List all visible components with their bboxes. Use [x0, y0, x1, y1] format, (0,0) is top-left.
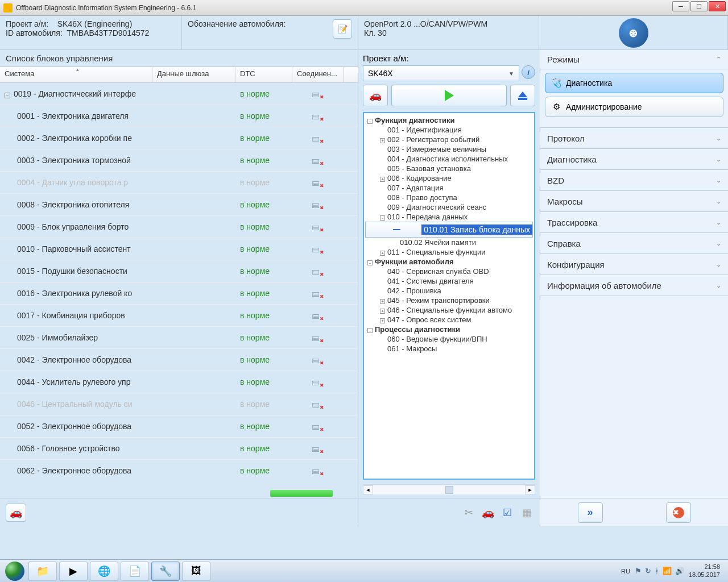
- tree-expander-icon[interactable]: -: [367, 328, 373, 333]
- ecu-row[interactable]: 0009 - Блок управления бортов норме: [0, 216, 358, 238]
- tree-node[interactable]: -Процессы диагностики: [365, 325, 533, 334]
- tool-check-icon[interactable]: ☑: [500, 505, 515, 520]
- tool-scissors-icon[interactable]: ✂: [461, 505, 476, 520]
- ecu-row[interactable]: 0010 - Парковочный ассистентв норме: [0, 238, 358, 260]
- play-button[interactable]: [391, 85, 507, 106]
- panel-config[interactable]: Конфигурация⌄: [540, 254, 728, 275]
- vehicle-select-button[interactable]: 🚗: [363, 85, 388, 106]
- panel-diagnostics[interactable]: Диагностика⌄: [540, 149, 728, 169]
- tree-node[interactable]: 010.02 Ячейки памяти: [365, 238, 533, 247]
- forward-button[interactable]: »: [578, 502, 603, 523]
- panel-carinfo[interactable]: Информация об автомобиле⌄: [540, 275, 728, 296]
- taskbar-chrome[interactable]: 🌐: [90, 562, 118, 581]
- tray-flag-icon[interactable]: ⚑: [635, 567, 642, 575]
- ecu-row[interactable]: 0015 - Подушки безопасностив норме: [0, 260, 358, 282]
- panel-trace[interactable]: Трассировка⌄: [540, 212, 728, 232]
- ecu-row[interactable]: 0044 - Усилитель рулевого упрв норме: [0, 371, 358, 393]
- ecu-row[interactable]: 0017 - Комбинация приборовв норме: [0, 305, 358, 327]
- info-button[interactable]: i: [522, 65, 535, 79]
- tree-node[interactable]: -010 - Передача данных: [365, 212, 533, 222]
- ecu-row[interactable]: −0019 - Диагностический интерфев норме: [0, 83, 358, 105]
- tree-expander-icon[interactable]: -: [367, 260, 373, 265]
- ecu-row[interactable]: 0052 - Электронное оборудовав норме: [0, 415, 358, 438]
- taskbar-odis[interactable]: 🔧: [151, 562, 180, 581]
- taskbar-mediaplayer[interactable]: ▶: [59, 562, 88, 581]
- col-gateway[interactable]: Данные шлюза: [152, 67, 235, 82]
- vehicle-button[interactable]: 🚗: [6, 504, 26, 522]
- function-tree[interactable]: -Функция диагностики001 - Идентификация+…: [363, 112, 535, 480]
- taskbar-photos[interactable]: 🖼: [182, 562, 210, 581]
- project-select[interactable]: SK46X ▼: [363, 65, 519, 81]
- close-button[interactable]: ✕: [709, 1, 726, 11]
- ecu-row[interactable]: 0062 - Электронное оборудовав норме: [0, 460, 358, 481]
- tree-node[interactable]: 007 - Адаптация: [365, 183, 533, 193]
- ecu-row[interactable]: 0016 - Электроника рулевой ков норме: [0, 282, 358, 305]
- tool-grid-icon[interactable]: ▦: [519, 505, 534, 520]
- panel-help[interactable]: Справка⌄: [540, 233, 728, 253]
- ecu-row[interactable]: 0008 - Электроника отопителяв норме: [0, 194, 358, 216]
- tree-node[interactable]: +047 - Опрос всех систем: [365, 315, 533, 325]
- eject-button[interactable]: [510, 85, 535, 106]
- cancel-button[interactable]: ✖: [666, 502, 691, 523]
- tree-expander-icon[interactable]: +: [380, 309, 385, 314]
- tray-network-icon[interactable]: 📶: [663, 567, 672, 575]
- tree-node[interactable]: -Функции автомобиля: [365, 257, 533, 267]
- panel-macros[interactable]: Макросы⌄: [540, 191, 728, 211]
- tool-car-icon[interactable]: 🚗: [481, 505, 495, 520]
- tree-node[interactable]: +002 - Регистратор событий: [365, 135, 533, 144]
- tree-node[interactable]: 042 - Прошивка: [365, 286, 533, 296]
- panel-protocol[interactable]: Протокол⌄: [540, 128, 728, 148]
- maximize-button[interactable]: ☐: [690, 1, 708, 11]
- tree-node[interactable]: 003 - Измеряемые величины: [365, 144, 533, 154]
- tree-node[interactable]: 060 - Ведомые функции/ВПН: [365, 334, 533, 344]
- col-dtc[interactable]: DTC: [235, 67, 292, 82]
- tree-expander-icon[interactable]: +: [380, 251, 385, 256]
- tree-node[interactable]: 009 - Диагностический сеанс: [365, 202, 533, 212]
- col-conn[interactable]: Соединен...: [292, 67, 344, 82]
- tree-expander-icon[interactable]: +: [380, 318, 385, 323]
- ecu-row[interactable]: 0025 - Иммобилайзерв норме: [0, 327, 358, 349]
- tree-node[interactable]: 004 - Диагностика исполнительных: [365, 154, 533, 164]
- taskbar-doc[interactable]: 📄: [121, 562, 149, 581]
- tree-node[interactable]: +046 - Специальные функции автомо: [365, 305, 533, 315]
- tree-node[interactable]: 041 - Системы двигателя: [365, 276, 533, 286]
- lang-indicator[interactable]: RU: [621, 568, 630, 575]
- tree-node[interactable]: 040 - Сервисная служба OBD: [365, 267, 533, 276]
- panel-bzd[interactable]: BZD⌄: [540, 170, 728, 190]
- col-system[interactable]: Система: [0, 67, 152, 82]
- tree-node[interactable]: +006 - Кодирование: [365, 173, 533, 183]
- edit-designation-button[interactable]: 📝: [333, 19, 352, 39]
- ecu-row[interactable]: 0046 - Центральный модуль сив норме: [0, 393, 358, 415]
- ecu-row[interactable]: 0001 - Электроника двигателяв норме: [0, 105, 358, 127]
- tree-node[interactable]: 061 - Макросы: [365, 344, 533, 354]
- taskbar[interactable]: 📁 ▶ 🌐 📄 🔧 🖼 RU ⚑ ↻ ᚼ 📶 🔊 21:58 18.05.201…: [0, 559, 728, 582]
- tree-node[interactable]: 010.01 Запись блока данных: [365, 222, 533, 238]
- tree-node[interactable]: 008 - Право доступа: [365, 193, 533, 202]
- system-clock[interactable]: 21:58 18.05.2017: [689, 563, 720, 578]
- modes-header[interactable]: Режимы ⌃: [540, 50, 728, 69]
- tree-expander-icon[interactable]: +: [380, 299, 385, 304]
- tree-expander-icon[interactable]: -: [367, 119, 373, 124]
- ecu-row[interactable]: 0003 - Электроника тормознойв норме: [0, 149, 358, 172]
- scroll-right-icon[interactable]: ►: [525, 485, 535, 494]
- mode-diagnostics-button[interactable]: 🩺 Диагностика: [545, 73, 723, 93]
- tree-node[interactable]: 005 - Базовая установка: [365, 164, 533, 173]
- tree-node[interactable]: -Функция диагностики: [365, 115, 533, 125]
- ecu-row[interactable]: 0042 - Электронное оборудовав норме: [0, 349, 358, 371]
- ecu-row[interactable]: 0004 - Датчик угла поворота рв норме: [0, 172, 358, 194]
- ecu-row[interactable]: 0002 - Электроника коробки пев норме: [0, 127, 358, 149]
- expander-icon[interactable]: −: [5, 93, 10, 98]
- scroll-left-icon[interactable]: ◄: [363, 485, 373, 494]
- mode-admin-button[interactable]: ⚙ Администрирование: [545, 97, 723, 117]
- tree-node[interactable]: +045 - Режим транспортировки: [365, 296, 533, 305]
- tray-bluetooth-icon[interactable]: ᚼ: [655, 567, 659, 575]
- tray-sync-icon[interactable]: ↻: [645, 567, 651, 575]
- tree-expander-icon[interactable]: +: [380, 138, 385, 143]
- tree-node[interactable]: 001 - Идентификация: [365, 125, 533, 135]
- tree-expander-icon[interactable]: +: [380, 177, 385, 182]
- minimize-button[interactable]: ─: [672, 1, 689, 11]
- start-button[interactable]: [3, 560, 26, 583]
- tree-hscroll[interactable]: ◄ ►: [363, 484, 535, 494]
- tree-expander-icon[interactable]: -: [380, 215, 385, 221]
- tray-volume-icon[interactable]: 🔊: [675, 567, 684, 575]
